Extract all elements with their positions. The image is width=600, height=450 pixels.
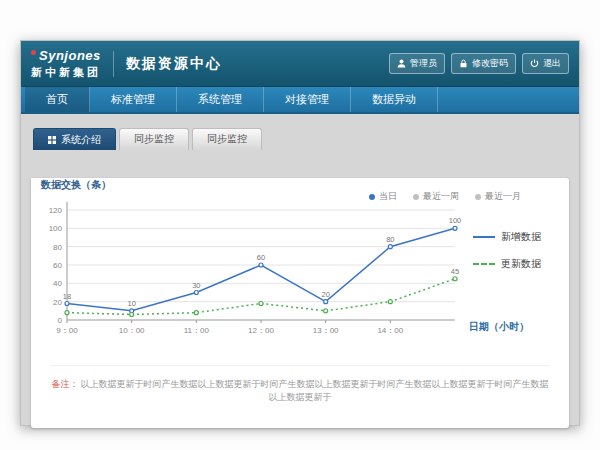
admin-user-button[interactable]: 管理员 bbox=[389, 53, 445, 74]
line-chart: 0204060801001209：0010：0011：0012：0013：001… bbox=[37, 194, 467, 344]
svg-text:20: 20 bbox=[53, 298, 62, 307]
logo: Synjones 新中新集团 bbox=[31, 49, 101, 77]
svg-text:80: 80 bbox=[386, 235, 394, 244]
legend-update-data[interactable]: 更新数据 bbox=[473, 257, 541, 271]
svg-text:0: 0 bbox=[58, 316, 63, 325]
svg-text:100: 100 bbox=[49, 224, 63, 233]
nav-item-system-mgmt[interactable]: 系统管理 bbox=[177, 87, 264, 112]
svg-text:12：00: 12：00 bbox=[248, 326, 274, 335]
filter-last-week[interactable]: 最近一周 bbox=[413, 190, 459, 203]
tab-bar: 系统介绍 同步监控 同步监控 bbox=[33, 128, 569, 150]
chart-side: 新增数据 更新数据 日期（小时） bbox=[467, 194, 567, 344]
power-icon bbox=[530, 59, 539, 68]
app-title: 数据资源中心 bbox=[126, 55, 222, 73]
header-divider bbox=[113, 51, 114, 77]
header: Synjones 新中新集团 数据资源中心 管理员 修改密码 退出 bbox=[21, 41, 579, 87]
filter-week-label: 最近一周 bbox=[423, 190, 459, 203]
filter-today[interactable]: 当日 bbox=[369, 190, 397, 203]
series-legend: 新增数据 更新数据 bbox=[473, 230, 541, 284]
main-nav: 首页 标准管理 系统管理 对接管理 数据异动 bbox=[21, 87, 579, 114]
logo-subtitle: 新中新集团 bbox=[31, 66, 101, 78]
svg-text:13：00: 13：00 bbox=[313, 326, 339, 335]
svg-text:120: 120 bbox=[49, 206, 63, 215]
svg-text:45: 45 bbox=[451, 267, 459, 276]
app-window: Synjones 新中新集团 数据资源中心 管理员 修改密码 退出 首页 标准管… bbox=[20, 40, 580, 426]
footnote-prefix: 备注： bbox=[52, 379, 79, 389]
filter-dot-today bbox=[369, 194, 375, 200]
admin-user-label: 管理员 bbox=[410, 57, 437, 70]
legend-new-data-label: 新增数据 bbox=[501, 230, 541, 244]
svg-text:60: 60 bbox=[257, 253, 265, 262]
svg-text:100: 100 bbox=[449, 216, 462, 225]
grid-icon bbox=[48, 136, 56, 144]
legend-line-sample-solid bbox=[473, 236, 495, 238]
legend-update-data-label: 更新数据 bbox=[501, 257, 541, 271]
tab-sync-monitor-2[interactable]: 同步监控 bbox=[192, 128, 262, 150]
footnote: 备注：以上数据更新于时间产生数据以上数据更新于时间产生数据以上数据更新于时间产生… bbox=[51, 365, 549, 404]
logo-accent-dot bbox=[31, 50, 36, 55]
svg-text:11：00: 11：00 bbox=[184, 326, 210, 335]
logout-label: 退出 bbox=[543, 57, 561, 70]
svg-text:9：00: 9：00 bbox=[56, 326, 78, 335]
lock-icon bbox=[459, 59, 468, 68]
legend-line-sample-dashed bbox=[473, 263, 495, 265]
tab-system-intro[interactable]: 系统介绍 bbox=[33, 128, 116, 150]
header-actions: 管理员 修改密码 退出 bbox=[389, 53, 569, 74]
nav-item-standard-mgmt[interactable]: 标准管理 bbox=[90, 87, 177, 112]
svg-text:18: 18 bbox=[63, 292, 71, 301]
svg-text:14：00: 14：00 bbox=[377, 326, 403, 335]
logo-text: Synjones bbox=[39, 48, 101, 63]
svg-text:20: 20 bbox=[321, 290, 329, 299]
logout-button[interactable]: 退出 bbox=[522, 53, 569, 74]
svg-text:80: 80 bbox=[53, 243, 62, 252]
content-area: 系统介绍 同步监控 同步监控 当日 最近一周 最近一月 数据交换（条） 0204… bbox=[21, 114, 579, 425]
nav-item-data-change[interactable]: 数据异动 bbox=[351, 87, 438, 112]
nav-item-interface-mgmt[interactable]: 对接管理 bbox=[264, 87, 351, 112]
svg-text:10: 10 bbox=[127, 299, 135, 308]
svg-text:60: 60 bbox=[53, 261, 62, 270]
tab-sync-monitor-1[interactable]: 同步监控 bbox=[119, 128, 189, 150]
user-icon bbox=[397, 59, 406, 68]
svg-text:40: 40 bbox=[53, 279, 62, 288]
chart-card: 当日 最近一周 最近一月 数据交换（条） 0204060801001209：00… bbox=[31, 178, 569, 428]
filter-dot-week bbox=[413, 194, 419, 200]
svg-text:10：00: 10：00 bbox=[119, 326, 145, 335]
svg-text:30: 30 bbox=[192, 281, 200, 290]
filter-today-label: 当日 bbox=[379, 190, 397, 203]
tab-label: 系统介绍 bbox=[61, 129, 101, 151]
footnote-text: 以上数据更新于时间产生数据以上数据更新于时间产生数据以上数据更新于时间产生数据以… bbox=[81, 379, 549, 402]
change-password-button[interactable]: 修改密码 bbox=[451, 53, 516, 74]
logo-wordmark: Synjones bbox=[31, 49, 101, 63]
legend-new-data[interactable]: 新增数据 bbox=[473, 230, 541, 244]
x-axis-title: 日期（小时） bbox=[469, 320, 529, 334]
chart-row: 0204060801001209：0010：0011：0012：0013：001… bbox=[31, 194, 569, 344]
change-password-label: 修改密码 bbox=[472, 57, 508, 70]
nav-item-home[interactable]: 首页 bbox=[25, 87, 90, 112]
